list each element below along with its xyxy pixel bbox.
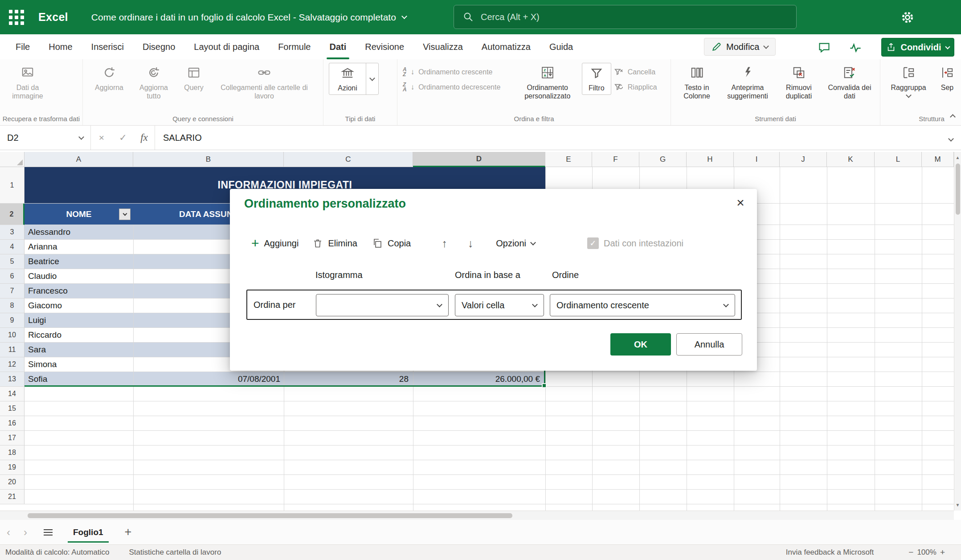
cell[interactable]: Simona	[28, 357, 57, 372]
tab-file[interactable]: File	[6, 34, 39, 59]
column-header[interactable]: J	[780, 152, 827, 167]
row-header[interactable]: 9	[0, 313, 25, 328]
remove-duplicates-button[interactable]: Rimuovi duplicati	[778, 63, 820, 102]
column-header[interactable]: H	[687, 152, 734, 167]
row-header[interactable]: 8	[0, 298, 25, 313]
row-header[interactable]: 18	[0, 446, 25, 460]
data-types-button[interactable]: Azioni	[329, 63, 379, 95]
query-button[interactable]: Query	[177, 63, 210, 94]
sheet-row[interactable]	[25, 431, 954, 446]
sort-on-dropdown[interactable]: Valori cella	[455, 294, 544, 316]
workbook-stats-button[interactable]: Statistiche cartella di lavoro	[129, 548, 221, 557]
add-sheet-icon[interactable]: +	[125, 525, 132, 539]
tab-home[interactable]: Home	[39, 34, 82, 59]
tab-visualizza[interactable]: Visualizza	[413, 34, 472, 59]
column-header[interactable]: D	[413, 152, 545, 167]
reapply-filter-button[interactable]: Riapplica	[614, 82, 665, 92]
cell[interactable]: Riccardo	[28, 328, 61, 342]
sheet-row[interactable]	[25, 446, 954, 460]
sheet-row[interactable]	[25, 387, 954, 401]
sort-level-row[interactable]: Ordina per Valori cella Ordinamento cres…	[246, 290, 742, 320]
group-button[interactable]: Raggruppa	[886, 63, 931, 99]
sheet-list-icon[interactable]	[44, 529, 53, 535]
sort-column-dropdown[interactable]	[316, 294, 449, 316]
sheet-row[interactable]	[25, 416, 954, 431]
refresh-all-button[interactable]: Aggiorna tutto	[133, 63, 175, 102]
sheet-row[interactable]	[25, 490, 954, 504]
scroll-up-icon[interactable]: ▲	[954, 153, 961, 162]
sheet-row[interactable]: Sofia 07/08/2001 28 26.000,00 €	[25, 372, 954, 387]
settings-gear-icon[interactable]	[896, 6, 919, 29]
insert-function-icon[interactable]: fx	[134, 126, 155, 150]
options-button[interactable]: Opzioni	[496, 238, 535, 249]
data-validation-button[interactable]: Convalida dei dati	[822, 63, 877, 102]
tab-disegno[interactable]: Disegno	[133, 34, 184, 59]
column-header[interactable]: E	[545, 152, 592, 167]
tab-formule[interactable]: Formule	[269, 34, 320, 59]
ungroup-button[interactable]: Sep	[934, 63, 961, 94]
vertical-scrollbar-thumb[interactable]	[956, 164, 960, 215]
search-input[interactable]	[481, 12, 787, 22]
close-icon[interactable]: ×	[731, 193, 750, 212]
horizontal-scrollbar-thumb[interactable]	[28, 513, 512, 518]
next-sheet-icon[interactable]: ›	[17, 526, 34, 539]
confirm-entry-icon[interactable]: ✓	[112, 126, 134, 150]
cell[interactable]: Arianna	[28, 240, 57, 254]
vertical-scrollbar[interactable]: ▲ ▼	[954, 152, 961, 511]
sheet-tab-foglio1[interactable]: Foglio1	[63, 520, 113, 544]
cancel-entry-icon[interactable]: ×	[91, 126, 112, 150]
calc-mode-button[interactable]: Modalità di calcolo: Automatico	[5, 548, 109, 557]
column-header[interactable]: A	[25, 152, 133, 167]
sheet-row[interactable]	[25, 460, 954, 475]
cell[interactable]: 07/08/2001	[133, 372, 280, 386]
add-level-button[interactable]: + Aggiungi	[251, 237, 299, 250]
cell[interactable]: Alessandro	[28, 225, 70, 239]
previous-sheet-icon[interactable]: ‹	[0, 526, 17, 539]
cell[interactable]: Francesco	[28, 284, 68, 298]
row-header[interactable]: 15	[0, 401, 25, 416]
column-header[interactable]: F	[592, 152, 639, 167]
zoom-level[interactable]: 100%	[917, 548, 936, 557]
row-header[interactable]: 17	[0, 431, 25, 446]
move-up-icon[interactable]: ↑	[442, 237, 447, 250]
custom-sort-button[interactable]: ZA Ordinamento personalizzato	[516, 63, 579, 102]
cell[interactable]: 28	[284, 372, 409, 386]
horizontal-scrollbar[interactable]	[0, 511, 954, 520]
zoom-in-icon[interactable]: +	[936, 548, 949, 557]
row-header[interactable]: 1	[0, 167, 25, 204]
tab-inserisci[interactable]: Inserisci	[82, 34, 133, 59]
sort-order-dropdown[interactable]: Ordinamento crescente	[550, 294, 735, 316]
filter-button[interactable]: Filtro	[582, 63, 611, 95]
tab-automatizza[interactable]: Automatizza	[472, 34, 540, 59]
tab-layout-di-pagina[interactable]: Layout di pagina	[184, 34, 269, 59]
sort-ascending-button[interactable]: AZ↓ Ordinamento crescente	[403, 67, 513, 77]
refresh-button[interactable]: Aggiorna	[88, 63, 130, 94]
column-header[interactable]: G	[639, 152, 687, 167]
document-title[interactable]: Come ordinare i dati in un foglio di cal…	[91, 12, 406, 23]
name-box[interactable]: D2	[0, 126, 91, 150]
column-header[interactable]: L	[875, 152, 922, 167]
scroll-down-icon[interactable]: ▼	[954, 500, 961, 509]
column-header[interactable]: M	[922, 152, 954, 167]
column-header[interactable]: I	[734, 152, 780, 167]
chevron-down-icon[interactable]	[366, 63, 378, 94]
editing-mode-button[interactable]: Modifica	[704, 38, 776, 56]
search-box[interactable]	[454, 5, 797, 29]
column-header[interactable]: B	[133, 152, 284, 167]
cell-nome-header[interactable]: NOME	[25, 204, 133, 225]
sort-descending-button[interactable]: ZA↓ Ordinamento decrescente	[403, 82, 513, 92]
feedback-link[interactable]: Invia feedback a Microsoft	[786, 548, 874, 557]
row-header[interactable]: 13	[0, 372, 25, 387]
cell[interactable]: Sara	[28, 343, 46, 357]
cell[interactable]: Claudio	[28, 269, 57, 283]
table-resize-handle[interactable]	[542, 383, 547, 388]
expand-formula-bar-icon[interactable]	[949, 135, 953, 143]
share-button[interactable]: Condividi	[881, 38, 954, 57]
row-header[interactable]: 12	[0, 357, 25, 372]
cell[interactable]: Giacomo	[28, 298, 62, 313]
row-header[interactable]: 14	[0, 387, 25, 401]
row-header[interactable]: 20	[0, 475, 25, 490]
row-header[interactable]: 2	[0, 204, 25, 225]
zoom-out-icon[interactable]: −	[905, 548, 917, 557]
cell[interactable]: Sofia	[28, 372, 47, 386]
